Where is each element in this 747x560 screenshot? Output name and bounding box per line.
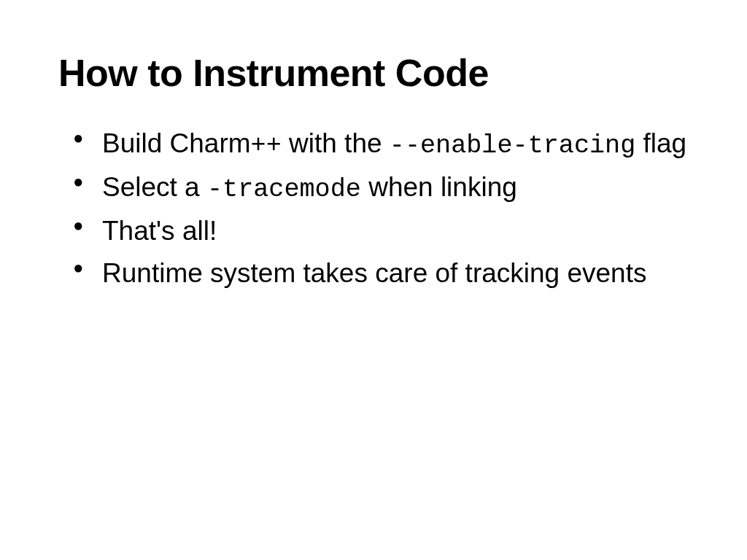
body-text: flag: [635, 128, 686, 158]
code-text: -tracemode: [207, 175, 361, 204]
slide-title: How to Instrument Code: [58, 51, 689, 95]
body-text: Runtime system takes care of tracking ev…: [102, 258, 646, 288]
bullet-item-2: That's all!: [73, 211, 689, 251]
body-text: That's all!: [102, 216, 217, 246]
code-text: ++: [251, 131, 282, 160]
code-text: --enable-tracing: [390, 131, 635, 160]
body-text: Select a: [102, 172, 207, 202]
body-text: Build Charm: [102, 128, 251, 158]
bullet-item-0: Build Charm++ with the --enable-tracing …: [73, 124, 689, 165]
body-text: with the: [282, 128, 390, 158]
bullet-item-1: Select a -tracemode when linking: [73, 168, 689, 209]
bullet-list: Build Charm++ with the --enable-tracing …: [58, 124, 689, 292]
body-text: when linking: [361, 172, 517, 202]
bullet-item-3: Runtime system takes care of tracking ev…: [73, 254, 689, 293]
